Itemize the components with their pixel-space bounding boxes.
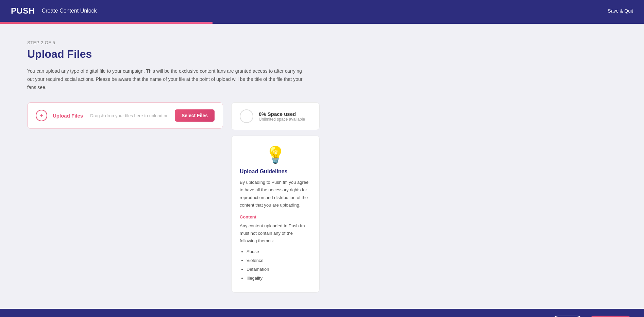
back-button[interactable]: Back xyxy=(551,316,584,317)
list-item: Abuse xyxy=(247,247,311,256)
header: PUSH Create Content Unlock Save & Quit xyxy=(0,0,644,22)
guidelines-list: AbuseViolenceDefamationIllegality xyxy=(240,247,311,283)
guidelines-title: Upload Guidelines xyxy=(240,169,311,175)
upload-plus-icon: + xyxy=(36,110,47,121)
main-content: STEP 2 OF 5 Upload Files You can upload … xyxy=(0,24,644,309)
guidelines-section-body: Any content uploaded to Push.fm must not… xyxy=(240,222,311,245)
header-title: Create Content Unlock xyxy=(42,8,97,14)
upload-label: Upload Files xyxy=(53,113,83,119)
next-step-button[interactable]: Next Step xyxy=(588,316,633,317)
list-item: Illegality xyxy=(247,274,311,283)
footer-nav: ✅Unlock Type✏️Upload Files☰Basic Details… xyxy=(0,309,644,317)
page-title: Upload Files xyxy=(27,48,617,60)
drag-drop-text: Drag & drop your files here to upload or xyxy=(88,113,169,118)
logo: PUSH xyxy=(11,6,35,16)
right-column: 0% Space used Unlimited space available … xyxy=(231,102,320,293)
space-info: 0% Space used Unlimited space available xyxy=(259,111,305,122)
step-label: STEP 2 OF 5 xyxy=(27,40,617,45)
space-card: 0% Space used Unlimited space available xyxy=(231,102,320,130)
space-circle-icon xyxy=(240,109,253,123)
footer-buttons: Back Next Step xyxy=(551,316,633,317)
list-item: Violence xyxy=(247,256,311,265)
space-subtitle: Unlimited space available xyxy=(259,117,305,122)
content-grid: + Upload Files Drag & drop your files he… xyxy=(27,102,320,293)
select-files-button[interactable]: Select Files xyxy=(175,109,215,122)
header-left: PUSH Create Content Unlock xyxy=(11,6,97,16)
guidelines-section-title: Content xyxy=(240,214,311,219)
space-percent: 0% Space used xyxy=(259,111,305,117)
list-item: Defamation xyxy=(247,265,311,274)
guidelines-card: 💡 Upload Guidelines By uploading to Push… xyxy=(231,136,320,293)
upload-card: + Upload Files Drag & drop your files he… xyxy=(27,102,223,129)
left-column: + Upload Files Drag & drop your files he… xyxy=(27,102,223,129)
guidelines-body: By uploading to Push.fm you agree to hav… xyxy=(240,179,311,209)
save-quit-button[interactable]: Save & Quit xyxy=(608,8,633,14)
lightbulb-icon: 💡 xyxy=(240,145,311,164)
page-description: You can upload any type of digital file … xyxy=(27,67,306,91)
